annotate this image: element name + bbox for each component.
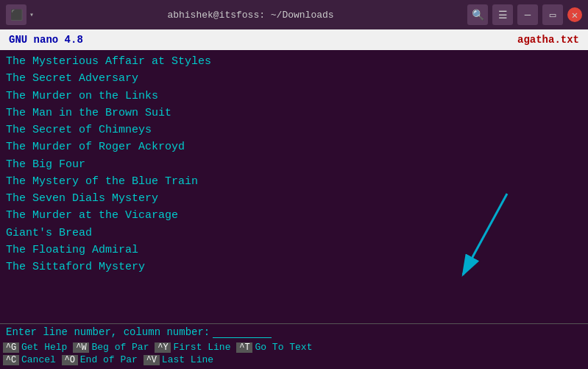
editor-line-10: The Murder at the Vicarage <box>6 207 582 224</box>
nano-header: GNU nano 4.8 agatha.txt <box>0 29 588 50</box>
maximize-button[interactable]: ▭ <box>542 4 563 25</box>
key-shortcut: ^T <box>236 342 252 353</box>
chevron-icon: ▾ <box>29 10 34 19</box>
key-label: Get Help <box>21 342 67 353</box>
key-item[interactable]: ^CCancel <box>3 354 56 365</box>
window-title: abhishek@itsfoss: ~/Downloads <box>38 10 463 21</box>
key-label: Go To Text <box>255 342 312 353</box>
key-bar: ^GGet Help^WBeg of Par^YFirst Line^TGo T… <box>0 341 588 369</box>
key-item[interactable]: ^OEnd of Par <box>62 354 138 365</box>
key-item[interactable]: ^TGo To Text <box>236 342 312 353</box>
editor-line-4: The Man in the Brown Suit <box>6 105 582 122</box>
editor-line-9: The Seven Dials Mystery <box>6 190 582 207</box>
key-label: First Line <box>173 342 230 353</box>
editor-line-6: The Murder of Roger Ackroyd <box>6 138 582 155</box>
key-shortcut: ^G <box>3 342 19 353</box>
key-label: Beg of Par <box>91 342 149 353</box>
title-bar: ⬛ ▾ abhishek@itsfoss: ~/Downloads 🔍 ☰ — … <box>0 0 588 29</box>
key-item[interactable]: ^GGet Help <box>3 342 67 353</box>
editor-line-7: The Big Four <box>6 156 582 173</box>
nano-version: GNU nano 4.8 <box>9 34 83 46</box>
editor-line-8: The Mystery of the Blue Train <box>6 173 582 190</box>
key-label: Cancel <box>21 354 56 365</box>
editor-line-11: Giant's Bread <box>6 225 582 242</box>
editor-line-1: The Mysterious Affair at Styles <box>6 53 582 70</box>
search-button[interactable]: 🔍 <box>467 4 488 25</box>
window-controls: 🔍 ☰ — ▭ ✕ <box>467 4 582 25</box>
key-label: End of Par <box>80 354 138 365</box>
editor-area: The Mysterious Affair at StylesThe Secre… <box>0 50 588 323</box>
close-button[interactable]: ✕ <box>567 7 582 22</box>
editor-line-3: The Murder on the Links <box>6 88 582 105</box>
title-bar-left: ⬛ ▾ <box>6 4 34 25</box>
editor-line-5: The Secret of Chimneys <box>6 122 582 138</box>
key-shortcut: ^C <box>3 355 19 365</box>
terminal-icon: ⬛ <box>6 4 26 25</box>
key-row-1: ^GGet Help^WBeg of Par^YFirst Line^TGo T… <box>0 341 588 354</box>
key-shortcut: ^Y <box>155 342 171 353</box>
key-row-2: ^CCancel^OEnd of Par^VLast Line <box>0 354 588 366</box>
key-shortcut: ^O <box>62 355 78 365</box>
editor-line-2: The Secret Adversary <box>6 70 582 87</box>
status-bar: Enter line number, column number: <box>0 323 588 341</box>
editor-line-13: The Sittaford Mystery <box>6 259 582 275</box>
editor-line-12: The Floating Admiral <box>6 242 582 259</box>
key-item[interactable]: ^WBeg of Par <box>73 342 149 353</box>
menu-button[interactable]: ☰ <box>492 4 513 25</box>
nano-filename: agatha.txt <box>517 34 579 46</box>
key-item[interactable]: ^YFirst Line <box>155 342 230 353</box>
key-shortcut: ^W <box>73 342 89 353</box>
line-number-input[interactable] <box>213 326 272 338</box>
key-label: Last Line <box>162 354 213 365</box>
prompt-line: Enter line number, column number: <box>6 326 582 338</box>
prompt-text: Enter line number, column number: <box>6 326 210 338</box>
key-item[interactable]: ^VLast Line <box>144 354 213 365</box>
minimize-button[interactable]: — <box>517 4 538 25</box>
key-shortcut: ^V <box>144 355 160 365</box>
